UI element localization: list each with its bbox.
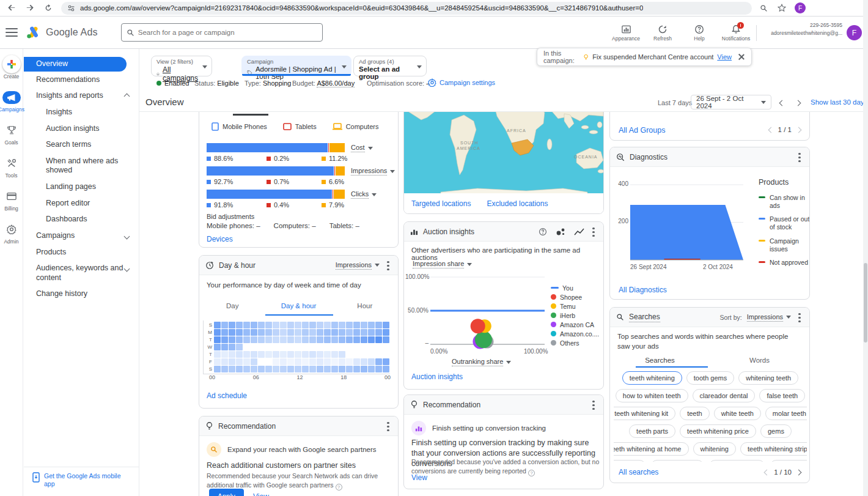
rail-item-create[interactable]: Create (0, 56, 23, 80)
rail-item-tools[interactable]: Tools (0, 155, 23, 179)
reload-icon[interactable] (42, 1, 55, 15)
sidebar-item-landing-pages[interactable]: Landing pages (24, 179, 139, 195)
notifications-button[interactable]: Notifications (720, 24, 752, 42)
sidebar-item-overview[interactable]: Overview (24, 57, 127, 72)
banner-close-icon[interactable] (738, 53, 745, 61)
page-prev-icon[interactable] (764, 469, 770, 475)
search-chip-how-to-whiten-teeth[interactable]: how to whiten teeth (616, 389, 688, 402)
search-chip-tooth-gem[interactable]: tooth gem (614, 460, 646, 462)
forward-icon[interactable] (23, 1, 37, 15)
sidebar-item-campaigns[interactable]: Campaigns (24, 228, 139, 244)
line-chart-icon[interactable] (574, 228, 585, 236)
impressions-metric-select[interactable]: Impressions (351, 167, 395, 176)
browser-profile-avatar[interactable]: F (795, 2, 806, 13)
sidebar-item-change-history[interactable]: Change history (24, 286, 139, 302)
search-chip-teeth[interactable]: teeth (680, 407, 709, 420)
sort-by-select[interactable]: Impressions (747, 313, 791, 322)
app-search-input[interactable] (138, 29, 309, 36)
sidebar-item-insights-and-reports[interactable]: Insights and reports (24, 88, 139, 104)
apply-button[interactable]: Apply (209, 489, 244, 496)
tab-day[interactable]: Day (199, 297, 265, 316)
enabled-status[interactable]: Enabled (156, 80, 189, 87)
search-chip-teeth-whitening[interactable]: teeth whitening (622, 371, 682, 385)
ad-schedule-link[interactable]: Ad schedule (207, 391, 247, 400)
sidebar-item-products[interactable]: Products (24, 245, 139, 261)
tab-words[interactable]: Words (710, 353, 809, 364)
help-icon[interactable] (539, 228, 547, 236)
search-chip-teeth-parts[interactable]: teeth parts (629, 424, 675, 438)
search-chip-teeth-cleaning[interactable]: teeth cleaning (708, 460, 765, 462)
view-filter-chip[interactable]: View (2 filters) All campaigns (151, 56, 212, 76)
search-chip-whitening-teeth[interactable]: whitening teeth (738, 371, 798, 385)
menu-icon[interactable] (6, 28, 18, 37)
search-chip-gems[interactable]: gems (760, 424, 792, 438)
auction-insights-link[interactable]: Auction insights (411, 372, 463, 381)
search-chip-whitening[interactable]: whitening (693, 442, 736, 456)
date-prev-arrow[interactable] (780, 98, 784, 107)
bubble-chart-icon[interactable] (556, 228, 565, 236)
clicks-metric-select[interactable]: Clicks (351, 190, 377, 199)
rec2-view-link[interactable]: View (411, 473, 427, 482)
tab-searches[interactable]: Searches (610, 353, 710, 364)
all-diagnostics-link[interactable]: All Diagnostics (619, 286, 667, 294)
search-chip-teeth-whitening-strips[interactable]: teeth whitening strips (740, 442, 807, 456)
sidebar-item-report-editor[interactable]: Report editor (24, 196, 139, 212)
appearance-button[interactable]: Appearance (610, 24, 642, 42)
day-hour-metric-select[interactable]: Impressions (336, 261, 380, 270)
url-bar[interactable]: ads.google.com/aw/overview?campaignId=21… (61, 2, 752, 15)
search-chip-tooth-gems[interactable]: tooth gems (686, 371, 734, 385)
page-next-icon[interactable] (796, 127, 802, 133)
all-searches-link[interactable]: All searches (619, 468, 658, 476)
back-icon[interactable] (5, 1, 18, 15)
search-chip-teeth-whitening-price[interactable]: teeth whitening price (680, 424, 756, 438)
app-search-box[interactable] (121, 23, 323, 42)
campaign-settings-link[interactable]: Campaign settings (428, 78, 495, 87)
sidebar-item-auction-insights[interactable]: Auction insights (24, 121, 139, 137)
account-info[interactable]: 229-265-3595 adoresmileteethwhitening@g.… (771, 21, 842, 37)
rail-item-admin[interactable]: Admin (0, 221, 23, 245)
rec1-view-link[interactable]: View (253, 492, 269, 496)
kebab-menu-icon[interactable] (592, 400, 595, 410)
rail-item-billing[interactable]: Billing (0, 188, 23, 212)
all-ad-groups-link[interactable]: All Ad Groups (619, 126, 665, 135)
search-chip-teeth-whitening-at-home[interactable]: teeth whitening at home (614, 442, 689, 456)
help-button[interactable]: Help (683, 24, 715, 42)
kebab-menu-icon[interactable] (387, 421, 389, 431)
campaign-filter-chip[interactable]: Campaign Adorsmile | Shopping Ad | 10th … (241, 56, 351, 76)
brand-logo[interactable]: Google Ads (26, 26, 98, 39)
tab-day-hour[interactable]: Day & hour (265, 297, 331, 316)
kebab-menu-icon[interactable] (798, 152, 801, 162)
date-next-arrow[interactable] (796, 98, 800, 107)
page-prev-icon[interactable] (768, 127, 774, 133)
kebab-menu-icon[interactable] (592, 227, 595, 237)
search-page-icon[interactable] (757, 1, 770, 15)
site-info-icon[interactable] (67, 4, 75, 12)
show-last-30-days-link[interactable]: Show last 30 days (811, 98, 867, 106)
search-chip-parts-of-teeth[interactable]: parts of teeth (650, 460, 704, 462)
outranking-share-select[interactable]: Outranking share (452, 358, 511, 366)
excluded-locations-link[interactable]: Excluded locations (487, 199, 548, 208)
account-avatar[interactable]: F (847, 25, 862, 40)
search-chip-clareador-dental[interactable]: clareador dental (693, 389, 756, 402)
rail-item-goals[interactable]: Goals (0, 122, 23, 146)
kebab-menu-icon[interactable] (387, 261, 389, 270)
impression-share-select[interactable]: Impression share (413, 260, 472, 268)
bookmark-star-icon[interactable] (775, 1, 789, 15)
sidebar-item-when-and-where-ads-showed[interactable]: When and where ads showed (24, 154, 139, 179)
search-chip-false-teeth[interactable]: false teeth (759, 389, 805, 402)
refresh-button[interactable]: Refresh (647, 24, 679, 42)
sidebar-item-insights[interactable]: Insights (24, 105, 139, 120)
search-chip-molar-teeth[interactable]: molar teeth (765, 407, 807, 420)
cost-metric-select[interactable]: Cost (351, 144, 373, 152)
rail-item-campaigns[interactable]: Campaigns (0, 89, 23, 113)
targeted-locations-link[interactable]: Targeted locations (411, 199, 471, 208)
kebab-menu-icon[interactable] (798, 313, 801, 322)
page-next-icon[interactable] (796, 469, 802, 475)
devices-link[interactable]: Devices (207, 235, 233, 243)
info-icon[interactable]: ? (336, 484, 342, 490)
sidebar-item-audiences-keywords-and-content[interactable]: Audiences, keywords and content (24, 261, 139, 286)
date-range-picker[interactable]: 26 Sept - 2 Oct 2024 (691, 95, 771, 109)
search-chip-tooth-decay[interactable]: tooth decay (770, 460, 807, 462)
adgroups-filter-chip[interactable]: Ad groups (4) Select an ad group (353, 56, 427, 76)
search-chip-white-teeth[interactable]: white teeth (714, 407, 761, 420)
